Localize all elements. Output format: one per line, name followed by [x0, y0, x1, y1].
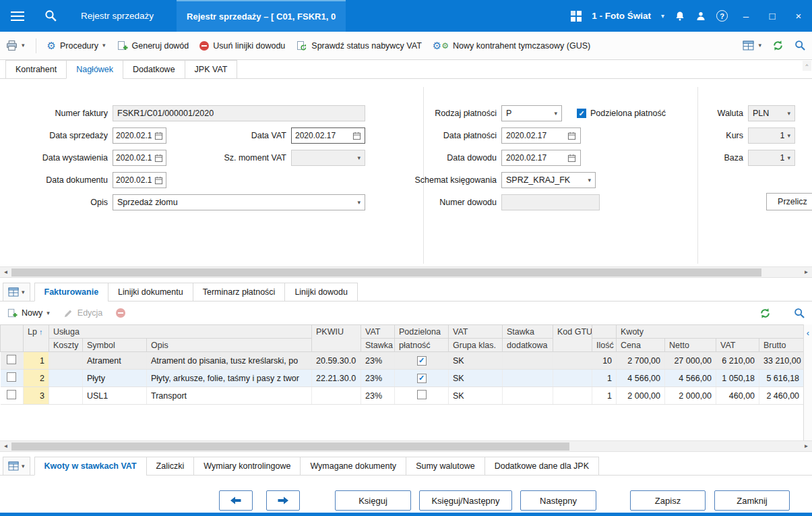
- chevron-down-icon[interactable]: ▾: [661, 13, 664, 20]
- podzielona-cell[interactable]: ✓: [395, 370, 449, 387]
- opis-select[interactable]: Sprzedaż złomu ▾: [113, 194, 365, 210]
- col-header-podzielona-2[interactable]: płatność: [395, 339, 449, 352]
- col-header-opis[interactable]: Opis: [147, 339, 312, 352]
- bottom-view-menu-button[interactable]: ▾: [3, 457, 30, 476]
- search-filter-button[interactable]: [794, 40, 806, 51]
- tab-dodatkowe-dane-dla-jpk[interactable]: Dodatkowe dane dla JPK: [485, 457, 599, 476]
- data-dokumentu-field[interactable]: 2020.02.17: [113, 172, 166, 188]
- scroll-left-arrow[interactable]: ◄: [0, 267, 11, 277]
- tab-zaliczki[interactable]: Zaliczki: [146, 457, 195, 476]
- col-header-symbol[interactable]: Symbol: [83, 339, 147, 352]
- view-settings-button[interactable]: ▾: [743, 40, 761, 51]
- col-header-koszty[interactable]: Koszty: [49, 339, 83, 352]
- usun-linijki-dowodu-button[interactable]: Usuń linijki dowodu: [199, 41, 285, 51]
- tab-naglowek[interactable]: Nagłówek: [66, 60, 123, 79]
- col-header-pkwiu[interactable]: PKWIU: [312, 325, 361, 352]
- tab-wymagane-dokumenty[interactable]: Wymagane dokumenty: [300, 457, 406, 476]
- user-button[interactable]: [695, 11, 706, 22]
- document-tab[interactable]: Rejestr sprzedaży – [ C01, FSKR1, 0: [177, 0, 346, 32]
- col-header-stawka-dod-1[interactable]: Stawka: [503, 325, 553, 339]
- col-header-netto[interactable]: Netto: [665, 339, 716, 352]
- table-row[interactable]: ✓ 3 USL1 Transport 23% ✓ SK 1 2 000,00 2…: [1, 387, 804, 405]
- podzielona-cell[interactable]: ✓: [395, 352, 449, 370]
- data-platnosci-field[interactable]: 2020.02.17: [501, 127, 581, 144]
- nowy-button[interactable]: Nowy ▾: [7, 308, 50, 318]
- nowy-kontrahent-tymczasowy-button[interactable]: ⚙ ⚙ Nowy kontrahent tymczasowy (GUS): [433, 40, 590, 51]
- scroll-up-button[interactable]: ^: [803, 61, 811, 71]
- grid-search-button[interactable]: [794, 308, 805, 319]
- tab-linijki-dowodu[interactable]: Linijki dowodu: [284, 283, 358, 302]
- calendar-icon[interactable]: [154, 132, 163, 140]
- numer-faktury-field[interactable]: FSKR1/C01/000001/2020: [113, 105, 365, 121]
- data-sprzedazy-field[interactable]: 2020.02.17: [113, 127, 166, 144]
- tab-jpk-vat[interactable]: JPK VAT: [185, 60, 238, 79]
- baza-select[interactable]: 1 ▾: [748, 150, 795, 166]
- select-column-header[interactable]: [1, 325, 24, 352]
- zamknij-button[interactable]: Zamknij: [714, 490, 790, 511]
- calendar-icon[interactable]: [154, 154, 163, 163]
- procedury-button[interactable]: ⚙ Procedury ▾: [47, 40, 106, 51]
- notifications-button[interactable]: [675, 11, 685, 22]
- scroll-left-arrow[interactable]: ◄: [0, 441, 11, 451]
- form-horizontal-scrollbar[interactable]: ◄ ►: [0, 266, 812, 278]
- col-header-lp[interactable]: Lp↑: [24, 325, 49, 352]
- waluta-select[interactable]: PLN ▾: [748, 105, 795, 121]
- tab-fakturowanie[interactable]: Fakturowanie: [34, 283, 109, 302]
- nastepny-button[interactable]: Następny: [520, 490, 596, 511]
- schemat-ksiegowania-select[interactable]: SPRZ_KRAJ_FK ▾: [501, 172, 596, 188]
- grid-refresh-button[interactable]: [759, 308, 771, 319]
- data-wystawienia-field[interactable]: 2020.02.17: [113, 150, 166, 166]
- refresh-button[interactable]: [772, 40, 784, 51]
- calendar-icon[interactable]: [567, 132, 576, 140]
- col-band-usluga[interactable]: Usługa: [49, 325, 312, 339]
- col-header-vat-stawka-2[interactable]: Stawka: [361, 339, 395, 352]
- maximize-button[interactable]: □: [764, 10, 780, 22]
- table-horizontal-scrollbar[interactable]: ◄ ►: [0, 440, 812, 452]
- tab-linijki-dokumentu[interactable]: Linijki dokumentu: [108, 283, 193, 302]
- generuj-dowod-button[interactable]: Generuj dowód: [117, 40, 189, 51]
- usun-button[interactable]: [116, 308, 125, 318]
- edycja-button[interactable]: Edycja: [63, 308, 103, 318]
- rodzaj-platnosci-select[interactable]: P ▾: [501, 105, 562, 121]
- previous-record-button[interactable]: [219, 490, 253, 511]
- row-select-cell[interactable]: ✓: [1, 370, 24, 387]
- ksieguj-nastepny-button[interactable]: Księguj/Następny: [419, 490, 512, 511]
- next-record-button[interactable]: [266, 490, 300, 511]
- ksieguj-button[interactable]: Księguj: [335, 490, 411, 511]
- tab-wymiary-kontrolingowe[interactable]: Wymiary kontrolingowe: [193, 457, 301, 476]
- zapisz-button[interactable]: Zapisz: [630, 490, 706, 511]
- calendar-icon[interactable]: [352, 132, 361, 140]
- row-select-cell[interactable]: ✓: [1, 352, 24, 370]
- collapse-panel-button[interactable]: ‹: [803, 324, 812, 440]
- table-row[interactable]: ✓ 1 Atrament Atrament do pisania, tusz k…: [1, 352, 804, 370]
- col-header-podzielona-1[interactable]: Podzielona: [395, 325, 449, 339]
- minimize-button[interactable]: –: [738, 10, 754, 22]
- numer-dowodu-field[interactable]: [501, 194, 600, 210]
- scrollbar-thumb[interactable]: [11, 442, 569, 451]
- col-band-kwoty[interactable]: Kwoty: [617, 325, 803, 339]
- tab-dodatkowe[interactable]: Dodatkowe: [123, 60, 185, 79]
- kurs-select[interactable]: 1 ▾: [748, 127, 795, 144]
- tab-terminarz-platnosci[interactable]: Terminarz płatności: [193, 283, 286, 302]
- calendar-icon[interactable]: [567, 154, 576, 163]
- sz-moment-vat-select[interactable]: ▾: [291, 150, 365, 166]
- col-header-stawka-dod-2[interactable]: dodatkowa: [503, 339, 553, 352]
- close-button[interactable]: ×: [790, 10, 807, 22]
- przelicz-button[interactable]: Przelicz: [766, 193, 812, 210]
- hamburger-menu-button[interactable]: [0, 0, 35, 32]
- scroll-right-arrow[interactable]: ►: [801, 267, 812, 277]
- tab-sumy-walutowe[interactable]: Sumy walutowe: [406, 457, 485, 476]
- print-button[interactable]: ▾: [6, 40, 25, 51]
- scrollbar-thumb[interactable]: [11, 268, 761, 277]
- apps-grid-icon[interactable]: [571, 11, 582, 22]
- scroll-right-arrow[interactable]: ►: [801, 441, 812, 451]
- col-header-vat-stawka-1[interactable]: VAT: [361, 325, 395, 339]
- company-selector[interactable]: 1 - Foto Świat: [592, 11, 651, 21]
- col-header-vat[interactable]: VAT: [716, 339, 759, 352]
- tab-kwoty-w-stawkach-vat[interactable]: Kwoty w stawkach VAT: [34, 457, 147, 476]
- table-row[interactable]: ✓ 2 Płyty Płyty, arkusze, folie, taśmy i…: [1, 370, 804, 387]
- grid-view-menu-button[interactable]: ▾: [3, 283, 30, 302]
- col-header-vat-grupa-2[interactable]: Grupa klas.: [449, 339, 503, 352]
- tab-kontrahent[interactable]: Kontrahent: [5, 60, 67, 79]
- data-vat-field[interactable]: 2020.02.17: [291, 127, 365, 144]
